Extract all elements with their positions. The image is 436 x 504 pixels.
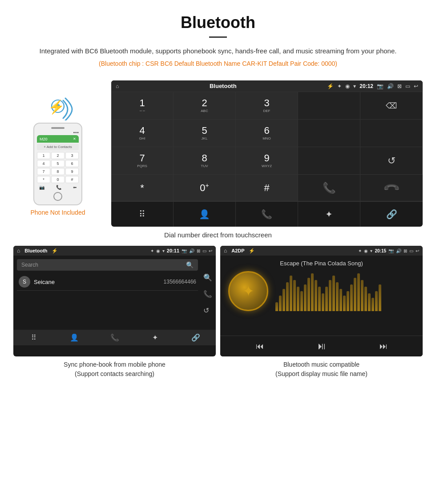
phonebook-screen-wrap: ⌂ Bluetooth ⚡ ✦ ◉ ▾ 20:11 📷 🔊 ⊠ ▭ ↩ xyxy=(13,246,216,379)
dial-call-red-button[interactable]: 📞 xyxy=(360,175,423,201)
dial-call-green-button[interactable]: 📞 xyxy=(298,175,360,201)
phone-key-2: 2 xyxy=(51,152,65,159)
visualizer-bar xyxy=(368,293,371,311)
pb-loc-icon: ◉ xyxy=(156,248,160,253)
music-visualizer xyxy=(275,271,415,311)
visualizer-bar xyxy=(325,287,328,311)
dialpad-grid: 1 ∽∽ 2 ABC 3 DEF ⌫ 4 GHI 5 JKL xyxy=(111,92,423,201)
search-placeholder-text: Search xyxy=(21,262,38,268)
dial-key-8[interactable]: 8 TUV xyxy=(174,147,236,175)
music-win-icon: ▭ xyxy=(409,248,413,253)
dial-key-0[interactable]: 0+ xyxy=(174,175,236,201)
music-statusbar: ⌂ A2DP ⚡ ✦ ◉ ▾ 20:15 📷 🔊 ⊠ ▭ ↩ xyxy=(220,246,423,256)
pb-side-refresh-icon[interactable]: ↺ xyxy=(203,306,212,315)
visualizer-bar xyxy=(329,280,331,311)
bt-status-icon: ✦ xyxy=(337,83,342,89)
dial-key-3[interactable]: 3 DEF xyxy=(236,92,298,120)
dial-key-2[interactable]: 2 ABC xyxy=(174,92,236,120)
music-album-art: ✦ xyxy=(228,271,268,311)
phonebook-statusbar: ⌂ Bluetooth ⚡ ✦ ◉ ▾ 20:11 📷 🔊 ⊠ ▭ ↩ xyxy=(13,246,216,256)
pb-camera-icon: 📷 xyxy=(182,248,187,253)
dial-key-hash[interactable]: # xyxy=(236,175,298,201)
dial-statusbar: ⌂ Bluetooth ⚡ ✦ ◉ ▾ 20:12 📷 🔊 ⊠ ▭ ↩ xyxy=(111,80,423,92)
dial-refresh-button[interactable]: ↺ xyxy=(360,147,423,175)
refresh-icon: ↺ xyxy=(388,155,396,167)
phonebook-main-content: Search 🔍 S Seicane 13566664466 xyxy=(13,256,202,330)
dial-empty-3a xyxy=(298,147,360,175)
dial-key-6[interactable]: 6 MNO xyxy=(236,120,298,147)
phonebook-bottom-bar: ⠿ 👤 📞 ✦ 🔗 xyxy=(13,330,216,345)
pb-bottom-bt-icon[interactable]: ✦ xyxy=(135,333,175,342)
phone-key-star: * xyxy=(37,176,50,183)
dial-key-star[interactable]: * xyxy=(111,175,174,201)
phonebook-search-bar[interactable]: Search 🔍 xyxy=(17,259,198,271)
music-skip-forward-icon[interactable]: ⏭ xyxy=(379,342,388,351)
dial-key-9[interactable]: 9 WXYZ xyxy=(236,147,298,175)
contact-row[interactable]: S Seicane 13566664466 xyxy=(17,273,198,291)
visualizer-bar xyxy=(322,293,324,311)
dial-key-1[interactable]: 1 ∽∽ xyxy=(111,92,174,120)
visualizer-bar xyxy=(375,291,378,311)
visualizer-bar xyxy=(339,289,342,311)
bluetooth-tab-button[interactable]: ✦ xyxy=(298,202,360,227)
page-header: Bluetooth Integrated with BC6 Bluetooth … xyxy=(0,0,436,80)
bluetooth-signal-icon: ⦿ ⚡ xyxy=(40,94,76,120)
pb-usb-icon: ⚡ xyxy=(52,248,58,254)
music-camera-icon: 📷 xyxy=(388,248,394,253)
visualizer-bar xyxy=(343,296,346,311)
music-play-pause-icon[interactable]: ⏯ xyxy=(317,340,327,352)
phone-device-mockup: ●●● M20 ✕ + Add to Contacts 1 2 3 4 5 6 … xyxy=(33,123,82,205)
calls-tab-button[interactable]: 📞 xyxy=(236,202,298,227)
usb-icon: ⚡ xyxy=(327,83,334,89)
contact-name: Seicane xyxy=(34,279,164,285)
music-home-icon: ⌂ xyxy=(224,248,227,254)
contact-number: 13566664466 xyxy=(164,279,196,285)
music-screen: ⌂ A2DP ⚡ ✦ ◉ ▾ 20:15 📷 🔊 ⊠ ▭ ↩ Escape (T… xyxy=(220,246,423,356)
phonebook-side-icons: 🔍 📞 ↺ xyxy=(202,256,216,330)
dial-backspace-button[interactable]: ⌫ xyxy=(360,92,423,120)
home-icon: ⌂ xyxy=(116,83,119,89)
visualizer-bar xyxy=(347,291,349,311)
dial-key-5[interactable]: 5 JKL xyxy=(174,120,236,147)
phone-key-8: 8 xyxy=(51,168,65,175)
dial-key-7[interactable]: 7 PQRS xyxy=(111,147,174,175)
pb-bottom-dialpad-icon[interactable]: ⠿ xyxy=(13,333,54,342)
volume-icon: 🔊 xyxy=(387,83,394,89)
visualizer-bar xyxy=(318,287,321,311)
phone-illustration: ⦿ ⚡ ●●● M20 ✕ + Add to Contacts 1 xyxy=(13,80,102,216)
phone-key-6: 6 xyxy=(65,160,79,167)
link-tab-button[interactable]: 🔗 xyxy=(360,202,423,227)
dial-screen-title: Bluetooth xyxy=(122,83,323,89)
music-vol-icon: 🔊 xyxy=(396,248,401,253)
phone-key-7: 7 xyxy=(37,168,50,175)
phone-key-3: 3 xyxy=(65,152,79,159)
pb-bottom-call-icon[interactable]: 📞 xyxy=(94,333,135,342)
visualizer-bar xyxy=(286,282,289,311)
dialpad-tab-button[interactable]: ⠿ xyxy=(111,202,174,227)
music-skip-back-icon[interactable]: ⏮ xyxy=(256,342,264,351)
dial-display-empty xyxy=(298,92,360,120)
pb-side-call-icon[interactable]: 📞 xyxy=(203,290,212,298)
pb-back-icon: ↩ xyxy=(209,248,212,253)
visualizer-bar xyxy=(332,276,335,311)
camera-icon: 📷 xyxy=(377,83,384,89)
music-screen-title: A2DP xyxy=(231,248,244,253)
pb-statusbar-right: ✦ ◉ ▾ 20:11 📷 🔊 ⊠ ▭ ↩ xyxy=(150,248,212,253)
phone-key-4: 4 xyxy=(37,160,50,167)
phone-camera-icon: 📷 xyxy=(39,185,44,190)
phone-call-icon: 📞 xyxy=(56,185,61,190)
phonebook-caption: Sync phone-book from mobile phone (Suppo… xyxy=(13,360,216,379)
music-time: 20:15 xyxy=(375,248,386,253)
pb-bottom-contacts-icon[interactable]: 👤 xyxy=(54,333,94,342)
dial-caption: Dial number direct from touchscreen xyxy=(0,231,436,239)
pb-bottom-link-icon[interactable]: 🔗 xyxy=(175,333,216,342)
phone-keypad: 1 2 3 4 5 6 7 8 9 * 0 # xyxy=(37,152,79,183)
dial-key-4[interactable]: 4 GHI xyxy=(111,120,174,147)
contact-avatar: S xyxy=(19,276,30,288)
contacts-tab-button[interactable]: 👤 xyxy=(174,202,236,227)
phone-add-contact: + Add to Contacts xyxy=(37,144,79,150)
pb-side-search-icon[interactable]: 🔍 xyxy=(203,273,212,282)
phone-key-1: 1 xyxy=(37,152,50,159)
page-specs: (Bluetooth chip : CSR BC6 Default Blueto… xyxy=(27,60,409,67)
visualizer-bar xyxy=(361,280,363,311)
